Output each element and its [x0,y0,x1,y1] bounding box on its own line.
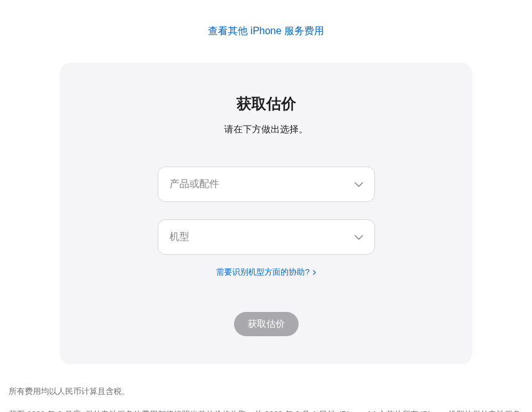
chevron-down-icon [354,182,363,187]
other-service-fees-link[interactable]: 查看其他 iPhone 服务费用 [208,25,324,36]
chevron-right-icon [313,270,316,275]
select-placeholder: 产品或配件 [169,178,219,191]
estimate-card: 获取估价 请在下方做出选择。 产品或配件 机型 需要识别机型方面的协助? 获取估… [60,63,472,364]
select-placeholder: 机型 [169,231,189,244]
chevron-down-icon [354,235,363,240]
product-accessory-select[interactable]: 产品或配件 [158,167,375,202]
card-title: 获取估价 [84,94,448,114]
card-subtitle: 请在下方做出选择。 [84,124,448,135]
footnote-price-change: 截至 2023 年 2 月底, 保外电池服务的费用都将按照当前的价格收取。从 2… [9,406,521,412]
get-estimate-button[interactable]: 获取估价 [234,312,299,336]
footnote-currency: 所有费用均以人民币计算且含税。 [9,383,521,400]
help-link-label: 需要识别机型方面的协助? [216,267,309,278]
model-select[interactable]: 机型 [158,219,375,255]
footnotes: 所有费用均以人民币计算且含税。 截至 2023 年 2 月底, 保外电池服务的费… [7,383,523,412]
identify-model-help-link[interactable]: 需要识别机型方面的协助? [216,267,315,278]
